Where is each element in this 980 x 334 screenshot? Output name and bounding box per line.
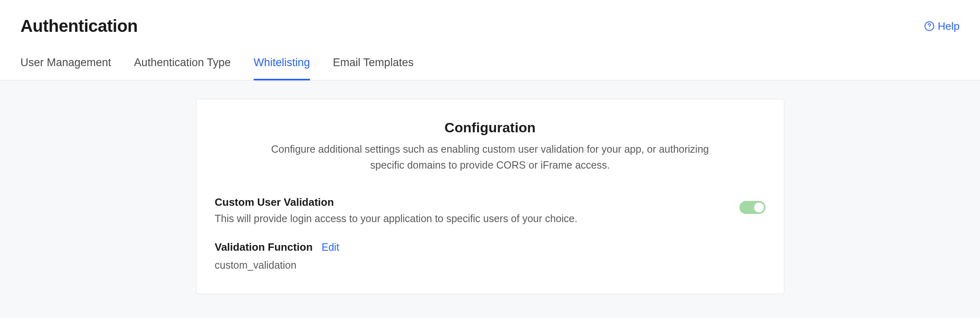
- card-title: Configuration: [215, 120, 766, 136]
- configuration-card: Configuration Configure additional setti…: [196, 99, 784, 294]
- validation-function-value: custom_validation: [215, 259, 766, 271]
- custom-validation-description: This will provide login access to your a…: [215, 213, 739, 225]
- help-icon: [924, 21, 935, 31]
- tab-whitelisting[interactable]: Whitelisting: [254, 56, 310, 80]
- card-subtitle: Configure additional settings such as en…: [261, 141, 719, 173]
- tab-authentication-type[interactable]: Authentication Type: [134, 56, 231, 80]
- validation-function-label: Validation Function: [215, 241, 313, 254]
- help-link[interactable]: Help: [924, 20, 960, 33]
- page-title: Authentication: [20, 16, 138, 36]
- tab-user-management[interactable]: User Management: [20, 56, 111, 80]
- tab-email-templates[interactable]: Email Templates: [333, 56, 414, 80]
- custom-validation-heading: Custom User Validation: [215, 196, 739, 209]
- content-area: Configuration Configure additional setti…: [0, 80, 980, 318]
- svg-point-1: [929, 28, 930, 29]
- custom-validation-toggle[interactable]: [739, 201, 766, 214]
- help-label: Help: [938, 20, 960, 33]
- edit-validation-function-link[interactable]: Edit: [321, 241, 339, 253]
- tabs: User Management Authentication Type Whit…: [0, 36, 980, 80]
